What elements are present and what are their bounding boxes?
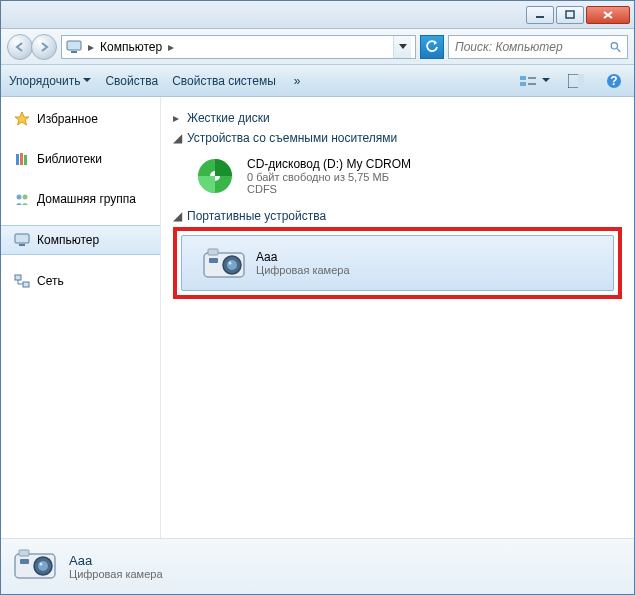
collapse-arrow-icon: ▸ — [173, 111, 183, 125]
address-dropdown[interactable] — [393, 36, 411, 58]
disc-icon — [193, 155, 237, 197]
toolbar-overflow[interactable]: » — [290, 74, 305, 88]
svg-rect-22 — [19, 244, 25, 246]
properties-button[interactable]: Свойства — [105, 74, 158, 88]
svg-point-38 — [38, 561, 48, 571]
svg-rect-16 — [16, 154, 19, 165]
breadcrumb-sep: ▸ — [166, 40, 176, 54]
svg-rect-4 — [67, 41, 81, 50]
svg-point-20 — [23, 195, 28, 200]
search-input[interactable] — [455, 40, 606, 54]
toolbar: Упорядочить Свойства Свойства системы » … — [1, 65, 634, 97]
search-box[interactable] — [448, 35, 628, 59]
refresh-button[interactable] — [420, 35, 444, 59]
preview-pane-button[interactable] — [564, 71, 588, 91]
device-filesystem: CDFS — [247, 183, 411, 195]
computer-icon — [66, 39, 82, 55]
section-removable[interactable]: ◢ Устройства со съемными носителями — [173, 131, 622, 145]
minimize-button[interactable] — [526, 6, 554, 24]
svg-rect-24 — [23, 282, 29, 287]
svg-rect-1 — [566, 11, 574, 18]
svg-rect-40 — [20, 559, 29, 564]
svg-rect-36 — [19, 550, 29, 556]
svg-rect-8 — [520, 76, 526, 80]
device-cdrom[interactable]: CD-дисковод (D:) My CDROM 0 байт свободн… — [173, 149, 622, 203]
maximize-button[interactable] — [556, 6, 584, 24]
device-title: Aaa — [256, 250, 350, 264]
section-portable[interactable]: ◢ Портативные устройства — [173, 209, 622, 223]
organize-menu[interactable]: Упорядочить — [9, 74, 91, 88]
details-title: Aaa — [69, 553, 163, 568]
star-icon — [13, 110, 31, 128]
details-sub: Цифровая камера — [69, 568, 163, 580]
search-icon — [610, 40, 621, 54]
device-subtype: Цифровая камера — [256, 264, 350, 276]
svg-rect-5 — [71, 51, 77, 53]
explorer-window: ▸ Компьютер ▸ Упорядочить Свойства Свойс… — [0, 0, 635, 595]
highlight-annotation: Aaa Цифровая камера — [173, 227, 622, 299]
homegroup-icon — [13, 190, 31, 208]
system-properties-button[interactable]: Свойства системы — [172, 74, 276, 88]
breadcrumb-location[interactable]: Компьютер — [100, 40, 162, 54]
svg-rect-34 — [209, 258, 218, 263]
help-button[interactable]: ? — [602, 71, 626, 91]
svg-line-7 — [617, 48, 620, 51]
body: Избранное Библиотеки Домашняя группа — [1, 97, 634, 538]
device-title: CD-дисковод (D:) My CDROM — [247, 157, 411, 171]
svg-rect-17 — [20, 153, 23, 165]
svg-point-6 — [611, 42, 617, 48]
device-freespace: 0 байт свободно из 5,75 МБ — [247, 171, 411, 183]
expand-arrow-icon: ◢ — [173, 209, 183, 223]
computer-icon — [13, 231, 31, 249]
expand-arrow-icon: ◢ — [173, 131, 183, 145]
view-options-button[interactable] — [516, 71, 540, 91]
address-bar[interactable]: ▸ Компьютер ▸ — [61, 35, 416, 59]
sidebar-item-network[interactable]: Сеть — [1, 267, 160, 295]
svg-rect-13 — [578, 74, 584, 88]
camera-icon — [13, 546, 57, 588]
sidebar: Избранное Библиотеки Домашняя группа — [1, 97, 161, 538]
sidebar-item-favorites[interactable]: Избранное — [1, 105, 160, 133]
svg-point-19 — [17, 195, 22, 200]
libraries-icon — [13, 150, 31, 168]
titlebar — [1, 1, 634, 29]
sidebar-item-computer[interactable]: Компьютер — [1, 225, 160, 255]
close-button[interactable] — [586, 6, 630, 24]
forward-button[interactable] — [31, 34, 57, 60]
svg-rect-21 — [15, 234, 29, 243]
breadcrumb-sep: ▸ — [86, 40, 96, 54]
sidebar-item-libraries[interactable]: Библиотеки — [1, 145, 160, 173]
svg-rect-23 — [15, 275, 21, 280]
svg-point-33 — [229, 262, 232, 265]
network-icon — [13, 272, 31, 290]
navbar: ▸ Компьютер ▸ — [1, 29, 634, 65]
svg-rect-18 — [24, 155, 27, 165]
svg-rect-9 — [520, 82, 526, 86]
camera-icon — [202, 242, 246, 284]
svg-rect-30 — [208, 249, 218, 255]
device-camera[interactable]: Aaa Цифровая камера — [181, 235, 614, 291]
back-button[interactable] — [7, 34, 33, 60]
svg-point-39 — [40, 562, 43, 565]
svg-point-32 — [227, 260, 237, 270]
sidebar-item-homegroup[interactable]: Домашняя группа — [1, 185, 160, 213]
view-dropdown-arrow[interactable] — [542, 78, 550, 83]
section-hard-drives[interactable]: ▸ Жесткие диски — [173, 111, 622, 125]
details-pane: Aaa Цифровая камера — [1, 538, 634, 594]
content-pane: ▸ Жесткие диски ◢ Устройства со съемными… — [161, 97, 634, 538]
svg-text:?: ? — [610, 74, 617, 88]
